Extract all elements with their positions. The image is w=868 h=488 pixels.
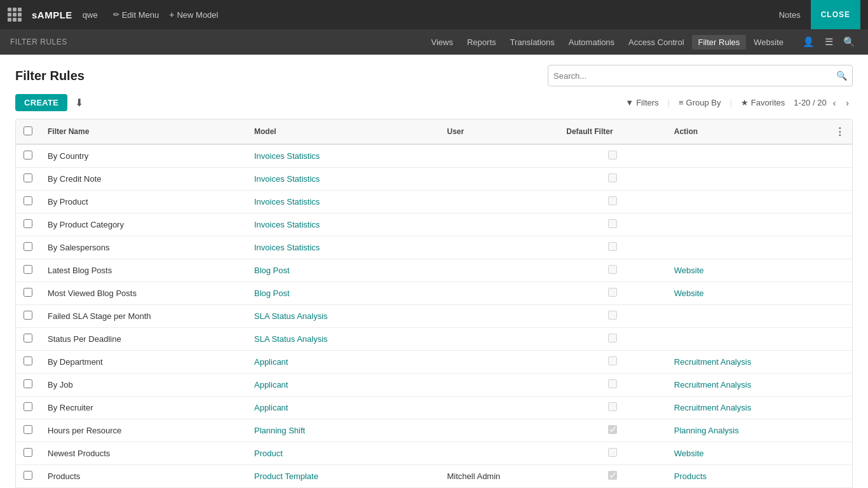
sub-nav-views[interactable]: Views bbox=[425, 35, 459, 50]
filter-name-cell[interactable]: Newest Products bbox=[40, 442, 247, 465]
model-cell[interactable]: Product Template bbox=[247, 465, 440, 488]
row-checkbox[interactable] bbox=[24, 151, 32, 159]
row-checkbox[interactable] bbox=[24, 448, 32, 457]
create-button[interactable]: CREATE bbox=[15, 94, 67, 111]
person-icon[interactable]: 👤 bbox=[800, 35, 817, 49]
row-checkbox[interactable] bbox=[24, 219, 32, 228]
row-checkbox-cell[interactable] bbox=[16, 236, 40, 259]
row-checkbox-cell[interactable] bbox=[16, 374, 40, 396]
search-icon[interactable]: 🔍 bbox=[836, 71, 847, 81]
table-row: Hours per ResourcePlanning ShiftPlanning… bbox=[16, 419, 852, 442]
row-checkbox[interactable] bbox=[24, 402, 32, 411]
row-checkbox-cell[interactable] bbox=[16, 465, 40, 488]
sub-nav-filter-rules[interactable]: Filter Rules bbox=[692, 35, 747, 50]
row-checkbox[interactable] bbox=[24, 173, 32, 182]
filter-name-cell[interactable]: Latest Blog Posts bbox=[40, 259, 247, 282]
row-checkbox[interactable] bbox=[24, 242, 32, 251]
model-cell[interactable]: Blog Post bbox=[247, 282, 440, 305]
next-page-button[interactable]: › bbox=[842, 97, 853, 109]
favorites-button[interactable]: ★ Favorites bbox=[737, 95, 789, 110]
model-cell[interactable]: Applicant bbox=[247, 374, 440, 396]
row-checkbox-cell[interactable] bbox=[16, 144, 40, 168]
row-checkbox-cell[interactable] bbox=[16, 351, 40, 374]
row-settings-cell bbox=[827, 144, 852, 168]
action-cell[interactable]: Website bbox=[667, 282, 827, 305]
action-cell[interactable]: Website bbox=[667, 259, 827, 282]
sub-nav-website[interactable]: Website bbox=[747, 35, 790, 50]
row-checkbox-cell[interactable] bbox=[16, 259, 40, 282]
model-cell[interactable]: Invoices Statistics bbox=[247, 236, 440, 259]
row-checkbox[interactable] bbox=[24, 425, 32, 434]
new-model-link[interactable]: + New Model bbox=[169, 10, 218, 20]
notes-button[interactable]: Notes bbox=[774, 8, 806, 22]
action-cell[interactable]: Recruitment Analysis bbox=[667, 396, 827, 419]
select-all-checkbox[interactable] bbox=[24, 126, 32, 135]
search-input[interactable] bbox=[553, 71, 836, 81]
filter-name-cell[interactable]: Products bbox=[40, 465, 247, 488]
row-checkbox[interactable] bbox=[24, 356, 32, 365]
filter-name-cell[interactable]: By Product Category bbox=[40, 214, 247, 236]
filter-name-cell[interactable]: By Recruiter bbox=[40, 396, 247, 419]
row-checkbox[interactable] bbox=[24, 471, 32, 480]
model-cell[interactable]: SLA Status Analysis bbox=[247, 305, 440, 328]
row-checkbox-cell[interactable] bbox=[16, 191, 40, 214]
group-icon: ≡ bbox=[679, 98, 684, 107]
sub-nav-reports[interactable]: Reports bbox=[461, 35, 503, 50]
close-button[interactable]: CLOSE bbox=[811, 0, 860, 29]
search-icon-sub[interactable]: 🔍 bbox=[841, 35, 858, 49]
prev-page-button[interactable]: ‹ bbox=[829, 97, 840, 109]
filter-name-cell[interactable]: By Job bbox=[40, 374, 247, 396]
model-cell[interactable]: Invoices Statistics bbox=[247, 168, 440, 191]
row-checkbox[interactable] bbox=[24, 334, 32, 342]
filter-name-cell[interactable]: By Credit Note bbox=[40, 168, 247, 191]
row-checkbox-cell[interactable] bbox=[16, 419, 40, 442]
row-checkbox[interactable] bbox=[24, 311, 32, 320]
export-button[interactable]: ⬇ bbox=[72, 94, 86, 111]
row-checkbox-cell[interactable] bbox=[16, 328, 40, 351]
action-cell[interactable]: Products bbox=[667, 465, 827, 488]
group-by-button[interactable]: ≡ Group By bbox=[675, 95, 725, 110]
filter-name-cell[interactable]: Failed SLA Stage per Month bbox=[40, 305, 247, 328]
model-cell[interactable]: Invoices Statistics bbox=[247, 144, 440, 168]
row-checkbox-cell[interactable] bbox=[16, 168, 40, 191]
model-cell[interactable]: Invoices Statistics bbox=[247, 214, 440, 236]
filter-name-cell[interactable]: By Salespersons bbox=[40, 236, 247, 259]
row-checkbox-cell[interactable] bbox=[16, 396, 40, 419]
col-settings[interactable]: ⋮ bbox=[827, 119, 852, 144]
model-cell[interactable]: Blog Post bbox=[247, 259, 440, 282]
row-checkbox-cell[interactable] bbox=[16, 305, 40, 328]
filter-name-cell[interactable]: Hours per Resource bbox=[40, 419, 247, 442]
sub-nav-access-control[interactable]: Access Control bbox=[622, 35, 690, 50]
row-checkbox-cell[interactable] bbox=[16, 282, 40, 305]
row-checkbox[interactable] bbox=[24, 196, 32, 205]
select-all-header[interactable] bbox=[16, 119, 40, 144]
list-icon[interactable]: ☰ bbox=[822, 35, 836, 49]
table-row: By SalespersonsInvoices Statistics bbox=[16, 236, 852, 259]
action-cell[interactable]: Recruitment Analysis bbox=[667, 351, 827, 374]
model-cell[interactable]: Invoices Statistics bbox=[247, 191, 440, 214]
edit-menu-link[interactable]: ✏ Edit Menu bbox=[113, 10, 159, 20]
row-checkbox[interactable] bbox=[24, 379, 32, 388]
action-cell[interactable]: Website bbox=[667, 442, 827, 465]
filter-name-cell[interactable]: Status Per Deadline bbox=[40, 328, 247, 351]
filters-button[interactable]: ▼ Filters bbox=[621, 95, 662, 110]
row-checkbox[interactable] bbox=[24, 288, 32, 297]
model-cell[interactable]: Applicant bbox=[247, 396, 440, 419]
filter-name-cell[interactable]: Most Viewed Blog Posts bbox=[40, 282, 247, 305]
model-cell[interactable]: Planning Shift bbox=[247, 419, 440, 442]
sub-nav-automations[interactable]: Automations bbox=[562, 35, 621, 50]
filter-name-cell[interactable]: By Department bbox=[40, 351, 247, 374]
row-checkbox[interactable] bbox=[24, 265, 32, 274]
app-grid-icon[interactable] bbox=[8, 8, 22, 22]
model-cell[interactable]: Applicant bbox=[247, 351, 440, 374]
model-cell[interactable]: SLA Status Analysis bbox=[247, 328, 440, 351]
filter-name-cell[interactable]: By Country bbox=[40, 144, 247, 168]
filter-name-cell[interactable]: By Product bbox=[40, 191, 247, 214]
row-checkbox-cell[interactable] bbox=[16, 214, 40, 236]
sub-nav-translations[interactable]: Translations bbox=[504, 35, 561, 50]
col-settings-icon[interactable]: ⋮ bbox=[835, 126, 844, 137]
row-checkbox-cell[interactable] bbox=[16, 442, 40, 465]
action-cell[interactable]: Recruitment Analysis bbox=[667, 374, 827, 396]
action-cell[interactable]: Planning Analysis bbox=[667, 419, 827, 442]
model-cell[interactable]: Product bbox=[247, 442, 440, 465]
